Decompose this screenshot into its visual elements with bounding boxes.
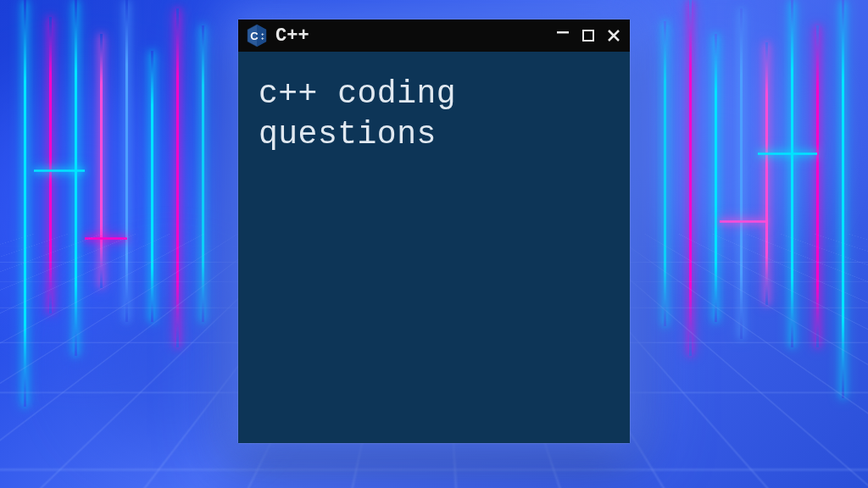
terminal-content: c++ coding questions: [259, 74, 609, 154]
minimize-button[interactable]: [555, 25, 570, 40]
window-controls: [555, 28, 621, 43]
terminal-body[interactable]: c++ coding questions: [238, 52, 630, 443]
svg-rect-5: [557, 31, 569, 34]
maximize-button[interactable]: [581, 28, 596, 43]
close-button[interactable]: [606, 28, 621, 43]
titlebar[interactable]: C + + C++: [238, 19, 630, 52]
window-title: C++: [275, 25, 547, 47]
terminal-window: C + + C++ c++ coding questions: [238, 19, 630, 443]
cpp-logo-icon: C + +: [247, 24, 267, 47]
svg-text:C: C: [250, 30, 259, 42]
svg-text:+: +: [261, 36, 264, 41]
svg-rect-6: [583, 30, 593, 41]
